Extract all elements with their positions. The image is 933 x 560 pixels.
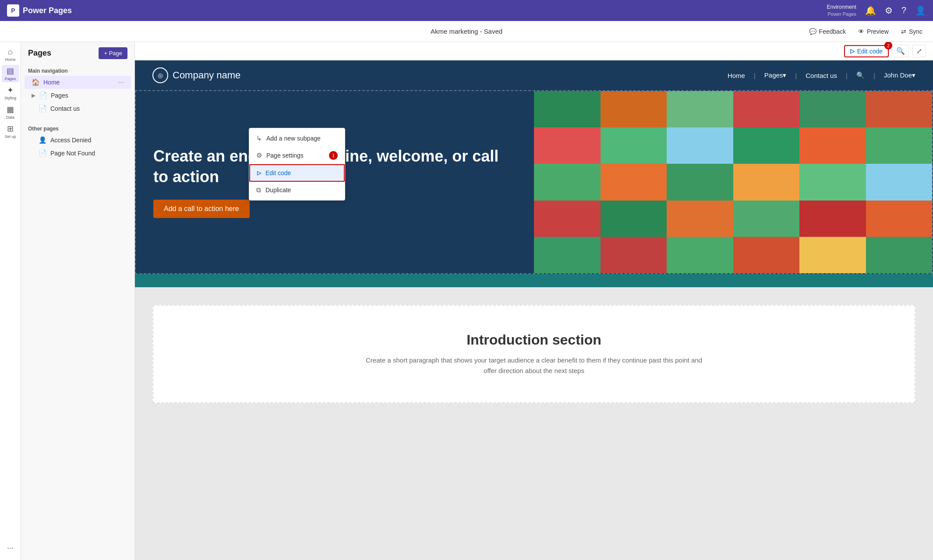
bar-seg bbox=[601, 201, 667, 237]
sync-button[interactable]: ⇄ Sync bbox=[898, 26, 926, 37]
rail-home[interactable]: ⌂ Home bbox=[2, 46, 19, 63]
bar-seg bbox=[733, 127, 800, 164]
bar-seg bbox=[601, 237, 667, 273]
bar-seg bbox=[667, 164, 733, 200]
bar-seg bbox=[799, 127, 866, 164]
bar-seg bbox=[534, 237, 601, 273]
other-pages-label: Other pages bbox=[21, 122, 134, 134]
nav-user[interactable]: John Doe▾ bbox=[884, 71, 915, 79]
intro-wrapper: Introduction section Create a short para… bbox=[135, 287, 933, 421]
preview-icon: 👁 bbox=[858, 28, 864, 35]
contact-nav-icon: 📄 bbox=[39, 105, 47, 113]
bar-seg bbox=[534, 91, 601, 127]
sidebar-item-home[interactable]: 🏠 Home ··· bbox=[25, 76, 131, 89]
company-name: Company name bbox=[173, 70, 240, 81]
project-title: Akme marketing - Saved bbox=[431, 28, 502, 35]
bar-seg bbox=[667, 201, 733, 237]
edit-code-button[interactable]: ▷ Edit code 2 bbox=[844, 45, 889, 57]
rail-styling[interactable]: ✦ Styling bbox=[2, 84, 19, 102]
sidebar-item-access-denied[interactable]: 👤 Access Denied bbox=[25, 134, 131, 147]
nav-search[interactable]: 🔍 bbox=[856, 71, 865, 79]
ctx-edit-code-label: Edit code bbox=[265, 169, 291, 176]
sidebar-item-pages[interactable]: ▶ 📄 Pages bbox=[25, 89, 131, 102]
second-bar: Akme marketing - Saved 💬 Feedback 👁 Prev… bbox=[0, 21, 933, 42]
ctx-edit-code[interactable]: ▷ Edit code bbox=[249, 164, 345, 182]
bar-seg bbox=[799, 237, 866, 273]
top-bar-right: Environment Power Pages 🔔 ⚙ ? 👤 bbox=[827, 4, 926, 17]
home-icon: ⌂ bbox=[8, 47, 13, 56]
main-layout: ⌂ Home ▤ Pages ✦ Styling ▦ Data ⊞ Set up… bbox=[0, 42, 933, 560]
hero-image bbox=[534, 91, 932, 273]
avatar-icon[interactable]: 👤 bbox=[915, 5, 926, 16]
intro-text: Create a short paragraph that shows your… bbox=[359, 355, 709, 376]
bar-seg bbox=[667, 127, 733, 164]
feedback-icon: 💬 bbox=[809, 28, 816, 35]
logo-icon: P bbox=[7, 4, 19, 17]
sidebar-item-contact[interactable]: 📄 Contact us bbox=[25, 102, 131, 115]
site-logo-circle: ◎ bbox=[152, 67, 168, 83]
bar-seg bbox=[601, 164, 667, 200]
expand-icon: ▶ bbox=[32, 92, 35, 99]
preview-button[interactable]: 👁 Preview bbox=[855, 26, 892, 37]
environment-name: Power Pages bbox=[827, 11, 856, 17]
access-denied-icon: 👤 bbox=[39, 136, 47, 144]
duplicate-icon: ⧉ bbox=[256, 186, 261, 194]
rail-data[interactable]: ▦ Data bbox=[2, 103, 19, 121]
sidebar-item-page-not-found[interactable]: 📄 Page Not Found bbox=[25, 147, 131, 160]
edit-code-ctx-icon: ▷ bbox=[257, 170, 261, 176]
bar-seg bbox=[534, 201, 601, 237]
bar-col-2 bbox=[601, 91, 667, 273]
zoom-in-button[interactable]: 🔍 bbox=[892, 45, 909, 57]
sep2: | bbox=[795, 72, 797, 79]
page-not-found-icon: 📄 bbox=[39, 149, 47, 157]
home-dots-button[interactable]: ··· bbox=[118, 78, 124, 86]
cta-button[interactable]: Add a call to action here bbox=[153, 200, 250, 218]
home-nav-icon: 🏠 bbox=[32, 78, 40, 86]
feedback-button[interactable]: 💬 Feedback bbox=[806, 26, 849, 37]
rail-pages[interactable]: ▤ Pages bbox=[2, 65, 19, 82]
rail-data-label: Data bbox=[6, 115, 14, 120]
nav-pages[interactable]: Pages▾ bbox=[764, 71, 787, 79]
sidebar-title: Pages bbox=[28, 49, 51, 58]
access-denied-label: Access Denied bbox=[50, 137, 91, 144]
rail-more[interactable]: ··· bbox=[2, 539, 19, 556]
hero-right bbox=[534, 91, 932, 273]
bar-seg bbox=[799, 91, 866, 127]
bar-seg bbox=[601, 91, 667, 127]
ctx-add-subpage[interactable]: ↳ Add a new subpage bbox=[249, 130, 345, 147]
icon-rail: ⌂ Home ▤ Pages ✦ Styling ▦ Data ⊞ Set up… bbox=[0, 42, 21, 560]
add-page-button[interactable]: + Page bbox=[99, 47, 127, 59]
notifications-icon[interactable]: 🔔 bbox=[865, 5, 876, 16]
rail-setup[interactable]: ⊞ Set up bbox=[2, 123, 19, 140]
environment-info: Environment Power Pages bbox=[827, 4, 856, 17]
sep1: | bbox=[754, 72, 756, 79]
ctx-duplicate[interactable]: ⧉ Duplicate bbox=[249, 182, 345, 198]
bar-seg bbox=[866, 164, 933, 200]
rail-pages-label: Pages bbox=[5, 77, 16, 81]
bar-col-5 bbox=[799, 91, 866, 273]
ctx-page-settings[interactable]: ⚙ Page settings 1 bbox=[249, 147, 345, 164]
settings-icon[interactable]: ⚙ bbox=[885, 5, 893, 16]
feedback-label: Feedback bbox=[819, 28, 846, 35]
sync-icon: ⇄ bbox=[901, 28, 906, 35]
help-icon[interactable]: ? bbox=[901, 5, 906, 15]
add-subpage-icon: ↳ bbox=[256, 134, 262, 142]
bar-col-3 bbox=[667, 91, 733, 273]
contact-nav-label: Contact us bbox=[50, 105, 80, 112]
pages-nav-icon: 📄 bbox=[39, 92, 47, 99]
bar-seg bbox=[866, 201, 933, 237]
nav-home[interactable]: Home bbox=[728, 72, 745, 79]
home-nav-label: Home bbox=[43, 79, 60, 86]
page-not-found-label: Page Not Found bbox=[50, 150, 95, 157]
preview-frame: ◎ Company name Home | Pages▾ | Contact u… bbox=[135, 60, 933, 421]
expand-button[interactable]: ⤢ bbox=[912, 45, 926, 57]
sep3: | bbox=[846, 72, 848, 79]
bar-col-4 bbox=[733, 91, 800, 273]
bar-seg bbox=[667, 91, 733, 127]
context-menu: ↳ Add a new subpage ⚙ Page settings 1 ▷ … bbox=[249, 128, 345, 201]
app-name: Power Pages bbox=[23, 6, 72, 15]
nav-contact[interactable]: Contact us bbox=[806, 72, 837, 79]
data-icon: ▦ bbox=[7, 105, 14, 114]
bar-seg bbox=[733, 201, 800, 237]
bar-seg bbox=[866, 91, 933, 127]
